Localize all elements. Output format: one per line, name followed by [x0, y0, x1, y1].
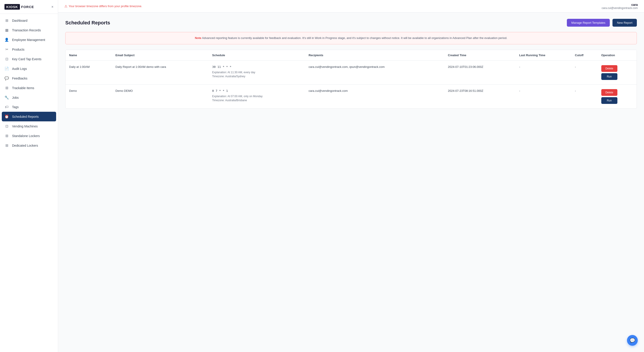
cell-cutoff: -	[571, 84, 598, 108]
main-content: ⚠ Your browser timezone differs from you…	[58, 0, 644, 352]
nav-icon-employee-management: 👤	[4, 38, 9, 42]
sidebar-item-employee-management[interactable]: 👤 Employee Management	[0, 35, 58, 45]
nav-icon-scheduled-reports: ⏰	[4, 114, 9, 119]
timezone-warning: ⚠ Your browser timezone differs from you…	[64, 4, 142, 8]
sidebar-item-audit-logs[interactable]: 📄 Audit Logs	[0, 64, 58, 73]
sidebar-logo: KIOSK FORCE ×	[0, 0, 58, 14]
logo-kiosk: KIOSK	[4, 4, 20, 10]
nav-icon-vending-machines: ⊡	[4, 124, 9, 128]
sidebar-item-standalone-lockers[interactable]: ⊞ Standalone Lockers	[0, 131, 58, 141]
cell-operation: Delete Run	[598, 60, 636, 84]
nav-label-tags: Tags	[12, 105, 19, 109]
sidebar-item-dashboard[interactable]: ⊞ Dashboard	[0, 16, 58, 25]
nav-label-employee-management: Employee Management	[12, 38, 45, 42]
page-header: Scheduled Reports Manage Report Template…	[65, 19, 637, 27]
nav-label-transaction-records: Transaction Records	[12, 29, 41, 32]
sidebar-nav: ⊞ Dashboard ▦ Transaction Records 👤 Empl…	[0, 14, 58, 152]
new-report-button[interactable]: New Report	[612, 19, 637, 27]
topbar: ⚠ Your browser timezone differs from you…	[58, 0, 644, 13]
cell-created-time: 2024-07-23T08:16:51.000Z	[444, 84, 516, 108]
cell-schedule: 0 7 * * 1 Explanation: At 07:00 AM, only…	[209, 84, 305, 108]
cell-created-time: 2024-07-10T01:23:06.000Z	[444, 60, 516, 84]
cell-cutoff: -	[571, 60, 598, 84]
nav-icon-standalone-lockers: ⊞	[4, 134, 9, 138]
header-actions: Manage Report Templates New Report	[567, 19, 637, 27]
nav-icon-transaction-records: ▦	[4, 28, 9, 32]
logo-force: FORCE	[21, 5, 34, 9]
user-info: cara cara.cui@vendingontrack.com	[602, 3, 638, 10]
nav-label-dashboard: Dashboard	[12, 19, 28, 22]
nav-icon-dashboard: ⊞	[4, 18, 9, 23]
cell-name: Demo	[66, 84, 112, 108]
cell-name: Daily at 1:00AM	[66, 60, 112, 84]
sidebar-item-dedicated-lockers[interactable]: ⊞ Dedicated Lockers	[0, 141, 58, 150]
col-email-subject: Email Subject	[112, 50, 208, 61]
run-button-1[interactable]: Run	[601, 97, 618, 104]
cell-last-running: -	[516, 60, 571, 84]
sidebar-item-trackable-items[interactable]: ⊞ Trackable Items	[0, 83, 58, 93]
sidebar-item-feedbacks[interactable]: 💬 Feedbacks	[0, 73, 58, 83]
manage-report-templates-button[interactable]: Manage Report Templates	[567, 19, 610, 27]
sidebar-item-jobs[interactable]: 🔧 Jobs	[0, 93, 58, 102]
sidebar: KIOSK FORCE × ⊞ Dashboard ▦ Transaction …	[0, 0, 58, 352]
sidebar-item-scheduled-reports[interactable]: ⏰ Scheduled Reports	[2, 112, 56, 121]
user-name: cara	[602, 3, 638, 7]
col-recipients: Recipients	[305, 50, 444, 61]
chat-button[interactable]: 💬	[627, 335, 638, 346]
nav-label-vending-machines: Vending Machines	[12, 124, 38, 128]
cell-recipients: cara.cui@vendingontrack.com, qsun@vendin…	[305, 60, 444, 84]
nav-label-jobs: Jobs	[12, 96, 19, 99]
delete-button-1[interactable]: Delete	[601, 89, 618, 96]
cell-last-running: -	[516, 84, 571, 108]
cell-operation: Delete Run	[598, 84, 636, 108]
nav-icon-feedbacks: 💬	[4, 76, 9, 80]
nav-label-audit-logs: Audit Logs	[12, 67, 27, 71]
sidebar-item-transaction-records[interactable]: ▦ Transaction Records	[0, 25, 58, 35]
cell-email-subject: Daily Report at 1:00AM demo with cara	[112, 60, 208, 84]
col-name: Name	[66, 50, 112, 61]
table-row: Demo Demo DEMO 0 7 * * 1 Explanation: At…	[66, 84, 636, 108]
col-schedule: Schedule	[209, 50, 305, 61]
chat-icon: 💬	[630, 338, 635, 343]
sidebar-item-vending-machines[interactable]: ⊡ Vending Machines	[0, 121, 58, 131]
nav-icon-dedicated-lockers: ⊞	[4, 143, 9, 147]
nav-icon-tags: 🏷	[4, 105, 9, 109]
nav-label-dedicated-lockers: Dedicated Lockers	[12, 144, 38, 147]
note-banner: Note Advanced reporting feature is curre…	[65, 32, 637, 44]
sidebar-item-products[interactable]: ✂ Products	[0, 45, 58, 54]
col-created-time: Created Time	[444, 50, 516, 61]
nav-label-products: Products	[12, 48, 24, 51]
reports-table: Name Email Subject Schedule Recipients C…	[66, 50, 636, 108]
table-header-row: Name Email Subject Schedule Recipients C…	[66, 50, 636, 61]
schedule-explanation: Explanation: At 11:30 AM, every dayTimez…	[212, 70, 302, 78]
nav-icon-trackable-items: ⊞	[4, 86, 9, 90]
cell-recipients: cara.cui@vendingontrack.com	[305, 84, 444, 108]
sidebar-item-tags[interactable]: 🏷 Tags	[0, 102, 58, 112]
schedule-code: 30 11 * * *	[212, 65, 302, 69]
nav-label-trackable-items: Trackable Items	[12, 86, 34, 90]
nav-icon-products: ✂	[4, 47, 9, 52]
nav-label-feedbacks: Feedbacks	[12, 77, 27, 80]
warning-icon: ⚠	[64, 4, 67, 8]
note-bold: Note	[195, 36, 201, 40]
close-icon[interactable]: ×	[52, 5, 54, 9]
page-content: Scheduled Reports Manage Report Template…	[58, 13, 644, 352]
col-cutoff: Cutoff	[571, 50, 598, 61]
nav-icon-key-card-tap-events: ⊡	[4, 57, 9, 61]
nav-icon-jobs: 🔧	[4, 95, 9, 100]
schedule-explanation: Explanation: At 07:00 AM, only on Monday…	[212, 94, 302, 102]
cell-schedule: 30 11 * * * Explanation: At 11:30 AM, ev…	[209, 60, 305, 84]
page-title: Scheduled Reports	[65, 20, 110, 26]
timezone-warning-text: Your browser timezone differs from your …	[69, 5, 142, 8]
nav-label-key-card-tap-events: Key Card Tap Events	[12, 57, 41, 61]
cell-email-subject: Demo DEMO	[112, 84, 208, 108]
logo-box: KIOSK FORCE	[4, 4, 34, 10]
nav-icon-audit-logs: 📄	[4, 67, 9, 71]
sidebar-item-key-card-tap-events[interactable]: ⊡ Key Card Tap Events	[0, 54, 58, 64]
col-last-running-time: Last Running Time	[516, 50, 571, 61]
nav-label-scheduled-reports: Scheduled Reports	[12, 115, 39, 118]
delete-button-0[interactable]: Delete	[601, 65, 618, 72]
schedule-code: 0 7 * * 1	[212, 89, 302, 92]
nav-label-standalone-lockers: Standalone Lockers	[12, 134, 40, 138]
run-button-0[interactable]: Run	[601, 73, 618, 80]
